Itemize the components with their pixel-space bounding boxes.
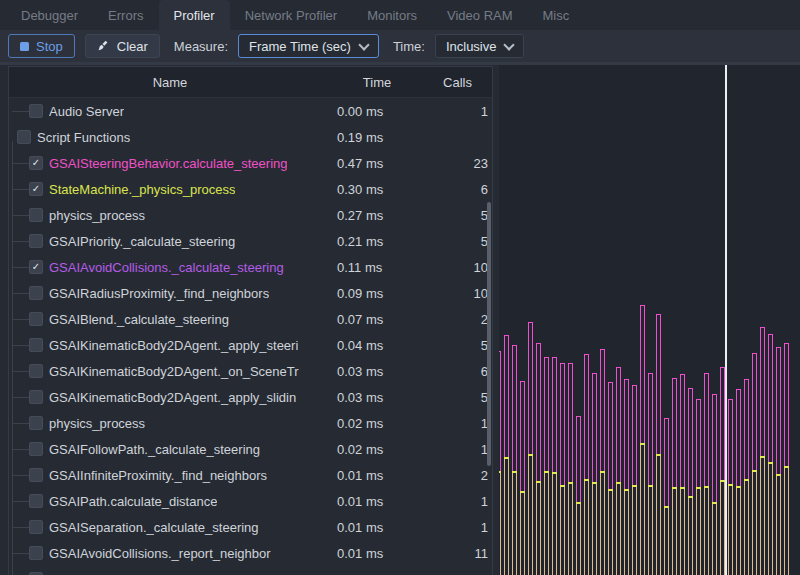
row-checkbox[interactable]: [29, 234, 43, 248]
frame-time-bar: [768, 334, 773, 463]
profiler-content: Name Time Calls Audio Server0.00 ms1Scri…: [0, 62, 800, 575]
measure-dropdown[interactable]: Frame Time (sec): [238, 34, 379, 58]
row-checkbox[interactable]: [29, 390, 43, 404]
row-time-value: 0.04 ms: [337, 338, 383, 353]
frame-baseline-line: [572, 483, 573, 575]
time-dropdown[interactable]: Inclusive: [435, 34, 525, 58]
table-row[interactable]: GSAISeparation._calculate_steering0.01 m…: [9, 514, 492, 540]
time-label: Time:: [393, 39, 425, 54]
table-row[interactable]: Script Functions0.19 ms: [9, 124, 492, 150]
table-row[interactable]: GSAIFollowPath._calculate_steering0.02 m…: [9, 436, 492, 462]
row-checkbox[interactable]: [29, 520, 43, 534]
table-row[interactable]: physics_process0.02 ms1: [9, 410, 492, 436]
table-row[interactable]: Audio Server0.00 ms1: [9, 98, 492, 124]
table-row[interactable]: GSAIKinematicBody2DAgent._apply_slidin0.…: [9, 384, 492, 410]
frame-baseline-line: [544, 472, 545, 575]
row-checkbox[interactable]: [29, 416, 43, 430]
column-header-calls[interactable]: Calls: [423, 75, 492, 90]
row-checkbox[interactable]: [29, 364, 43, 378]
row-checkbox[interactable]: [17, 130, 31, 144]
row-time-value: 0.27 ms: [337, 208, 383, 223]
table-row[interactable]: GSAIPath.calculate_distance0.01 ms1: [9, 488, 492, 514]
row-calls-value: 1: [481, 520, 488, 535]
frame-baseline-line: [728, 485, 729, 575]
table-row[interactable]: GSAIInfiniteProximity._find_neighbors0.0…: [9, 462, 492, 488]
frame-yellow-tick: [552, 472, 557, 474]
frame-baseline-line: [740, 487, 741, 575]
frame-baseline-line: [652, 486, 653, 575]
frame-baseline-line: [508, 458, 509, 575]
row-checkbox[interactable]: [29, 494, 43, 508]
row-checkbox[interactable]: [29, 312, 43, 326]
row-checkbox[interactable]: [29, 442, 43, 456]
frame-baseline-line: [748, 480, 749, 575]
row-function-name: GSAIAvoidCollisions._report_neighbor: [49, 546, 271, 561]
tab-errors[interactable]: Errors: [93, 0, 158, 30]
row-time-value: 0.21 ms: [337, 234, 383, 249]
frame-yellow-tick: [736, 486, 741, 488]
frame-baseline-line: [580, 503, 581, 575]
frame-baseline-line: [500, 472, 501, 575]
row-function-name: GSAISeparation._calculate_steering: [49, 520, 259, 535]
row-checkbox[interactable]: [29, 104, 43, 118]
table-row[interactable]: GSAIRadiusProximity._find_neighbors0.09 …: [9, 280, 492, 306]
frame-yellow-tick: [744, 479, 749, 481]
row-checkbox[interactable]: [29, 468, 43, 482]
table-row[interactable]: GSAIBlend._calculate_steering0.07 ms2: [9, 306, 492, 332]
frame-baseline-line: [788, 467, 789, 575]
table-row[interactable]: ✓GSAISteeringBehavior.calculate_steering…: [9, 150, 492, 176]
tab-monitors[interactable]: Monitors: [352, 0, 432, 30]
frame-time-bar: [752, 353, 757, 471]
column-header-time[interactable]: Time: [331, 75, 423, 90]
frame-baseline-line: [520, 492, 521, 575]
table-row[interactable]: physics_process0.27 ms5: [9, 202, 492, 228]
row-checkbox[interactable]: [29, 338, 43, 352]
table-row[interactable]: GSAIPriority._calculate_steering0.21 ms5: [9, 228, 492, 254]
table-row[interactable]: ✓StateMachine._physics_process0.30 ms6: [9, 176, 492, 202]
table-row[interactable]: ✓GSAIAvoidCollisions._calculate_steering…: [9, 254, 492, 280]
frame-time-bar: [624, 379, 629, 490]
row-time-value: 0.02 ms: [337, 442, 383, 457]
row-time-value: 0.01 ms: [337, 494, 383, 509]
tree-guide-stub: [12, 553, 29, 554]
frame-yellow-tick: [704, 486, 709, 488]
frame-time-bar: [504, 335, 509, 458]
table-row[interactable]: Projectile._physics_process0.01 ms2: [9, 566, 492, 575]
profiler-graph[interactable]: [499, 65, 800, 575]
table-row[interactable]: GSAIAvoidCollisions._report_neighbor0.01…: [9, 540, 492, 566]
row-checkbox-checked[interactable]: ✓: [29, 156, 43, 170]
clear-button[interactable]: Clear: [85, 34, 160, 58]
row-calls-value: 10: [474, 286, 488, 301]
time-dropdown-value: Inclusive: [446, 39, 497, 54]
frame-yellow-tick: [752, 470, 757, 472]
row-checkbox-checked[interactable]: ✓: [29, 260, 43, 274]
tab-misc[interactable]: Misc: [528, 0, 585, 30]
tab-video-ram[interactable]: Video RAM: [432, 0, 528, 30]
frame-baseline-line: [764, 457, 765, 575]
tree-guide-stub: [12, 319, 29, 320]
frame-time-bar: [544, 357, 549, 472]
row-time-value: 0.30 ms: [337, 182, 383, 197]
stop-button[interactable]: Stop: [8, 34, 75, 58]
table-row[interactable]: GSAIKinematicBody2DAgent._on_SceneTr0.03…: [9, 358, 492, 384]
frame-time-bar: [784, 343, 789, 467]
row-calls-value: 10: [474, 260, 488, 275]
tab-profiler[interactable]: Profiler: [159, 0, 230, 30]
frame-baseline-line: [552, 473, 553, 575]
frame-baseline-line: [656, 455, 657, 575]
frame-baseline-line: [620, 483, 621, 575]
frame-baseline-line: [680, 488, 681, 575]
frame-time-bar: [568, 363, 573, 483]
column-header-name[interactable]: Name: [9, 75, 331, 90]
row-checkbox[interactable]: [29, 286, 43, 300]
tab-debugger[interactable]: Debugger: [6, 0, 93, 30]
frame-baseline-line: [532, 455, 533, 575]
row-checkbox[interactable]: [29, 208, 43, 222]
row-checkbox[interactable]: [29, 546, 43, 560]
row-function-name: GSAIKinematicBody2DAgent._on_SceneTr: [49, 364, 299, 379]
table-row[interactable]: GSAIKinematicBody2DAgent._apply_steeri0.…: [9, 332, 492, 358]
row-checkbox-checked[interactable]: ✓: [29, 182, 43, 196]
table-scrollbar-thumb[interactable]: [487, 202, 491, 466]
tab-network-profiler[interactable]: Network Profiler: [230, 0, 352, 30]
row-time-value: 0.00 ms: [337, 104, 383, 119]
